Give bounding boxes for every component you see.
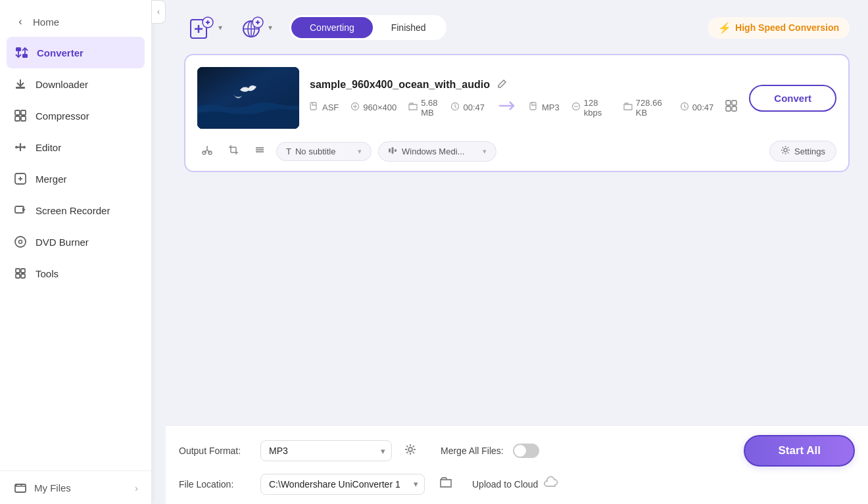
- target-bitrate-value: 128 kbps: [584, 98, 612, 118]
- tab-converting[interactable]: Converting: [291, 17, 373, 38]
- my-files-icon: [13, 480, 28, 495]
- output-format-select-wrap: MP3 MP4 AVI MOV WAV AAC ▾: [260, 440, 392, 461]
- target-bitrate: 128 kbps: [571, 98, 612, 118]
- settings-icon: [781, 145, 790, 157]
- meta-action-button[interactable]: [724, 99, 738, 116]
- main-content: ▾ ▾ Converting Finished ⚡ High Speed Con…: [166, 0, 868, 504]
- clock-icon: [450, 102, 460, 113]
- merge-files-toggle[interactable]: [513, 444, 539, 458]
- target-folder-icon: [623, 102, 633, 113]
- svg-rect-4: [16, 87, 25, 89]
- upload-to-cloud[interactable]: Upload to Cloud: [472, 476, 559, 492]
- sidebar-item-merger-label: Merger: [36, 173, 67, 185]
- subtitle-label: No subtitle: [295, 147, 335, 156]
- my-files-label: My Files: [34, 482, 71, 493]
- format-icon: [310, 102, 319, 113]
- source-format: ASF: [310, 102, 339, 113]
- svg-rect-52: [726, 106, 731, 111]
- open-folder-button[interactable]: [434, 473, 458, 495]
- settings-label: Settings: [794, 147, 825, 156]
- sidebar-item-dvd-burner[interactable]: DVD Burner: [0, 226, 151, 258]
- target-clock-icon: [680, 102, 689, 113]
- sidebar: ‹ Home Converter Downloader Compressor: [0, 0, 151, 504]
- sidebar-item-editor[interactable]: Editor: [0, 131, 151, 163]
- svg-rect-51: [732, 101, 736, 105]
- svg-rect-53: [732, 106, 736, 111]
- menu-button[interactable]: [250, 141, 270, 162]
- svg-point-70: [784, 149, 787, 152]
- target-duration: 00:47: [680, 102, 714, 113]
- editor-icon: [13, 140, 28, 154]
- edit-filename-button[interactable]: [496, 79, 507, 91]
- convert-button[interactable]: Convert: [749, 85, 836, 112]
- file-location-select-wrap: C:\Wondershare UniConverter 1 ▾: [260, 474, 425, 495]
- svg-rect-21: [16, 269, 20, 273]
- sidebar-item-editor-label: Editor: [36, 142, 61, 153]
- file-location-select[interactable]: C:\Wondershare UniConverter 1: [260, 474, 425, 495]
- source-size: 5.68 MB: [408, 98, 439, 118]
- convert-button-wrap: Convert: [749, 85, 836, 112]
- upload-cloud-label: Upload to Cloud: [472, 479, 538, 490]
- source-format-value: ASF: [322, 103, 339, 112]
- file-card-actions: T No subtitle ▾ Windows Medi... ▾ Settin…: [197, 138, 836, 162]
- svg-rect-25: [15, 484, 26, 492]
- source-meta: ASF 960×400 5.68 MB: [310, 98, 485, 118]
- svg-point-20: [19, 241, 22, 244]
- cut-button[interactable]: [197, 141, 217, 162]
- output-format-select[interactable]: MP3 MP4 AVI MOV WAV AAC: [260, 440, 392, 461]
- source-duration-value: 00:47: [463, 103, 485, 112]
- sidebar-item-compressor[interactable]: Compressor: [0, 100, 151, 131]
- compressor-icon: [13, 108, 28, 123]
- cloud-icon: [543, 476, 559, 492]
- sidebar-item-tools[interactable]: Tools: [0, 258, 151, 289]
- topbar: ▾ ▾ Converting Finished ⚡ High Speed Con…: [184, 12, 850, 43]
- target-bitrate-icon: [571, 102, 581, 113]
- sidebar-item-screen-recorder[interactable]: Screen Recorder: [0, 195, 151, 226]
- audio-icon: [388, 146, 398, 157]
- sidebar-item-tools-label: Tools: [36, 268, 59, 279]
- file-name: sample_960x400_ocean_with_audio: [310, 79, 490, 91]
- merger-icon: [13, 172, 28, 186]
- svg-rect-9: [15, 116, 20, 121]
- source-resolution-value: 960×400: [363, 103, 397, 112]
- sidebar-my-files[interactable]: My Files ›: [0, 470, 151, 504]
- bottombar: Output Format: MP3 MP4 AVI MOV WAV AAC ▾…: [166, 425, 868, 504]
- svg-rect-59: [231, 147, 236, 152]
- add-url-button[interactable]: ▾: [234, 12, 276, 43]
- sidebar-item-screen-recorder-label: Screen Recorder: [36, 205, 110, 216]
- add-file-button[interactable]: ▾: [184, 12, 226, 43]
- svg-rect-1: [22, 54, 28, 58]
- dvd-burner-icon: [13, 235, 28, 249]
- sidebar-collapse-button[interactable]: ‹: [151, 0, 166, 24]
- audio-dropdown[interactable]: Windows Medi... ▾: [378, 141, 496, 162]
- crop-button[interactable]: [224, 141, 243, 162]
- add-file-dropdown-arrow: ▾: [218, 23, 222, 32]
- subtitle-dropdown[interactable]: T No subtitle ▾: [276, 142, 372, 161]
- target-meta: MP3 128 kbps 728.66 KB: [529, 98, 713, 118]
- target-format-icon: [529, 102, 539, 113]
- home-icon: ‹: [13, 14, 28, 29]
- my-files-arrow: ›: [135, 482, 138, 493]
- target-format-value: MP3: [542, 103, 560, 112]
- tab-finished[interactable]: Finished: [373, 17, 445, 38]
- high-speed-conversion[interactable]: ⚡ High Speed Conversion: [708, 17, 850, 39]
- start-all-button[interactable]: Start All: [744, 435, 855, 467]
- conversion-arrow: [498, 99, 516, 116]
- converter-icon: [14, 45, 29, 60]
- sidebar-item-converter[interactable]: Converter: [7, 37, 145, 68]
- subtitle-icon: T: [286, 147, 291, 156]
- svg-rect-0: [16, 47, 21, 51]
- output-format-label: Output Format:: [179, 446, 251, 456]
- folder-icon: [408, 102, 418, 113]
- high-speed-label: High Speed Conversion: [735, 22, 839, 33]
- sidebar-item-dvd-burner-label: DVD Burner: [36, 237, 89, 248]
- sidebar-item-merger[interactable]: Merger: [0, 163, 151, 195]
- svg-rect-7: [21, 116, 26, 121]
- output-format-settings-button[interactable]: [401, 440, 420, 462]
- audio-label: Windows Medi...: [402, 147, 464, 156]
- sidebar-item-home[interactable]: ‹ Home: [0, 7, 151, 37]
- home-label: Home: [33, 16, 59, 28]
- settings-button[interactable]: Settings: [769, 141, 836, 162]
- source-resolution: 960×400: [350, 102, 397, 113]
- sidebar-item-downloader[interactable]: Downloader: [0, 68, 151, 100]
